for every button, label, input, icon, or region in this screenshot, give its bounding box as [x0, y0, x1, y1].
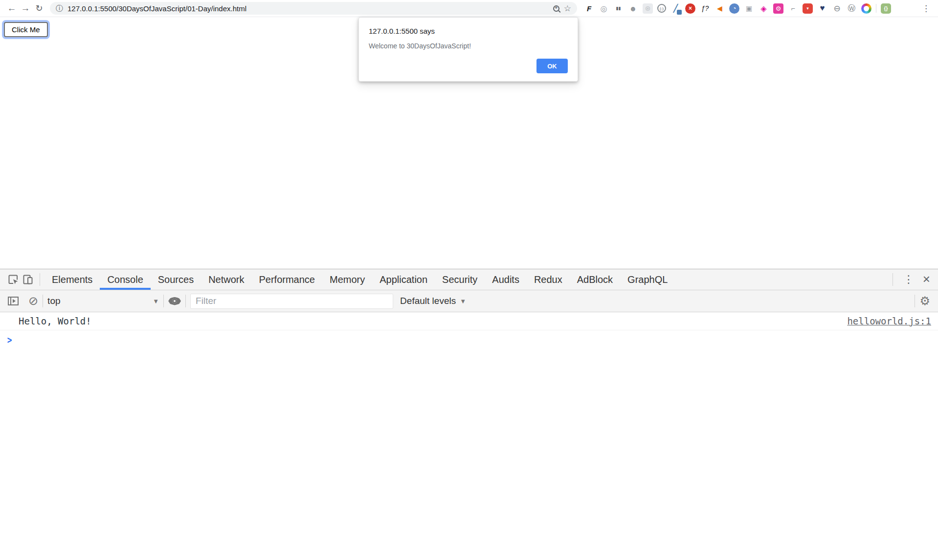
reload-icon[interactable]: ↻	[32, 3, 46, 14]
columns-icon[interactable]: ▮▮	[613, 3, 624, 14]
devtools-menu-icon[interactable]: ⋮	[897, 273, 920, 286]
blue-swirl-icon[interactable]: ◔	[729, 3, 739, 14]
console-log-row: Hello, World! helloworld.js:1	[0, 312, 938, 330]
tab-redux[interactable]: Redux	[527, 269, 570, 290]
tab-performance[interactable]: Performance	[252, 269, 323, 290]
forward-icon[interactable]: →	[19, 3, 32, 14]
browser-window: ← → ↻ ⓘ 127.0.0.1:5500/30DaysOfJavaScrip…	[0, 0, 938, 560]
live-expression-eye-icon[interactable]	[168, 297, 181, 305]
tab-memory[interactable]: Memory	[322, 269, 372, 290]
divider	[163, 295, 164, 307]
w-circle-icon[interactable]: Ⓦ	[847, 3, 857, 14]
site-info-icon[interactable]: ⓘ	[56, 4, 63, 13]
console-prompt-chevron-icon: >	[7, 334, 12, 345]
tab-security[interactable]: Security	[435, 269, 485, 290]
megaphone-icon[interactable]: ◀	[715, 3, 725, 14]
devtools-tabbar: Elements Console Sources Network Perform…	[0, 269, 938, 290]
alert-title: 127.0.0.1:5500 says	[369, 27, 568, 35]
zoom-icon[interactable]	[553, 5, 559, 12]
devtools-panel: Elements Console Sources Network Perform…	[0, 269, 938, 560]
fn-question-icon[interactable]: ƒ?	[700, 3, 710, 14]
tab-graphql[interactable]: GraphQL	[620, 269, 675, 290]
json-formatter-icon[interactable]: {}	[881, 3, 891, 14]
alert-actions: OK	[369, 59, 568, 73]
color-wheel-icon[interactable]	[861, 3, 871, 14]
clear-console-icon[interactable]: ⊘	[28, 294, 38, 308]
devtools-close-icon[interactable]: ×	[920, 272, 938, 288]
levels-label: Default levels	[400, 296, 456, 306]
divider	[43, 295, 43, 307]
extensions-bar: F ◎ ▮▮ ☻ ⊛ (-) ╱ × ƒ? ◀ ◔ ▣ ◈ ⚙ ⌐ ▾ ♥ ⊖ …	[584, 3, 891, 14]
browser-menu-icon[interactable]: ⋮	[919, 3, 933, 14]
divider	[893, 273, 893, 286]
bookmark-ext-icon[interactable]: ▾	[803, 3, 813, 14]
ok-button[interactable]: OK	[536, 59, 568, 73]
alert-dialog: 127.0.0.1:5500 says Welcome to 30DaysOfJ…	[358, 17, 578, 82]
eyedropper-icon[interactable]: ╱	[670, 3, 681, 14]
chevron-down-icon: ▼	[153, 298, 159, 305]
log-levels-selector[interactable]: Default levels ▼	[400, 296, 466, 306]
camera-icon[interactable]: ▣	[744, 3, 754, 14]
bug-icon[interactable]: ☻	[628, 3, 638, 14]
divider	[876, 4, 876, 13]
filter-input[interactable]	[190, 294, 393, 309]
pipe-icon[interactable]: ⌐	[788, 3, 798, 14]
divider	[185, 295, 186, 307]
tab-network[interactable]: Network	[201, 269, 251, 290]
click-me-button[interactable]: Click Me	[4, 22, 48, 37]
code-parens-icon[interactable]: (-)	[657, 4, 666, 13]
url-text: 127.0.0.1:5500/30DaysOfJavaScript/01-Day…	[67, 4, 246, 13]
context-label: top	[47, 296, 60, 306]
console-log-source-link[interactable]: helloworld.js:1	[847, 316, 931, 326]
console-toolbar: ⊘ top ▼ Default levels ▼ ⚙	[0, 290, 938, 312]
device-toolbar-icon[interactable]	[21, 274, 35, 285]
heart-search-icon[interactable]: ♥	[817, 3, 827, 14]
tab-application[interactable]: Application	[372, 269, 435, 290]
console-sidebar-icon[interactable]	[6, 296, 21, 306]
target-icon[interactable]: ◎	[599, 3, 609, 14]
pink-gear-icon[interactable]: ⚙	[773, 3, 783, 14]
stop-hand-icon[interactable]: ×	[685, 3, 695, 14]
alert-message: Welcome to 30DaysOfJavaScript!	[369, 42, 568, 50]
chevron-down-icon: ▼	[460, 298, 466, 305]
divider	[40, 273, 40, 286]
bookmark-star-icon[interactable]: ☆	[564, 3, 571, 14]
react-devtools-icon[interactable]: ⊛	[643, 3, 653, 14]
divider	[915, 295, 915, 307]
tab-adblock[interactable]: AdBlock	[570, 269, 620, 290]
context-selector[interactable]: top ▼	[47, 296, 159, 306]
tab-sources[interactable]: Sources	[151, 269, 201, 290]
address-bar[interactable]: ⓘ 127.0.0.1:5500/30DaysOfJavaScript/01-D…	[50, 2, 577, 15]
tab-console[interactable]: Console	[100, 269, 150, 290]
console-log-text: Hello, World!	[19, 316, 91, 326]
tab-elements[interactable]: Elements	[45, 269, 100, 290]
inspect-icon[interactable]	[6, 274, 21, 285]
font-tool-icon[interactable]: F	[584, 3, 594, 14]
graphql-icon[interactable]: ◈	[759, 3, 769, 14]
back-icon[interactable]: ←	[5, 3, 19, 14]
settings-gear-icon[interactable]: ⚙	[919, 294, 930, 308]
console-prompt[interactable]: >	[0, 330, 938, 349]
tab-audits[interactable]: Audits	[485, 269, 527, 290]
browser-toolbar: ← → ↻ ⓘ 127.0.0.1:5500/30DaysOfJavaScrip…	[0, 0, 938, 17]
circle-minus-icon[interactable]: ⊖	[832, 3, 842, 14]
